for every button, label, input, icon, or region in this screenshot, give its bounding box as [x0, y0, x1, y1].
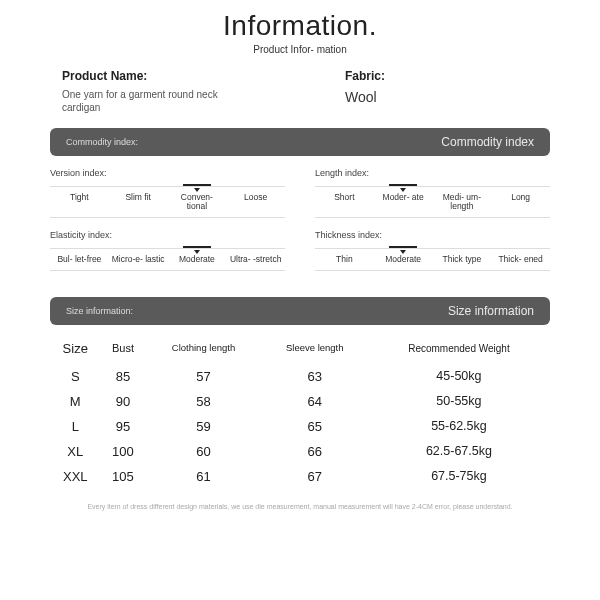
thickness-index-title: Thickness index: — [315, 230, 550, 240]
page: Information. Product Infor- mation Produ… — [0, 0, 600, 510]
thickness-scale: ThinModerateThick typeThick- ened — [315, 248, 550, 271]
scale-marker — [389, 246, 417, 254]
table-cell: 62.5-67.5kg — [368, 439, 550, 464]
fabric-label: Fabric: — [315, 69, 550, 83]
table-row: M90586450-55kg — [50, 389, 550, 414]
thickness-index: Thickness index: ThinModerateThick typeT… — [315, 230, 550, 271]
fabric-col: Fabric: Wool — [315, 69, 550, 114]
scale-tick: Thick type — [433, 249, 492, 270]
table-cell: 50-55kg — [368, 389, 550, 414]
product-name-value: One yarn for a garment round neck cardig… — [50, 89, 230, 114]
table-cell: 57 — [145, 364, 261, 389]
table-cell: 59 — [145, 414, 261, 439]
table-cell: 55-62.5kg — [368, 414, 550, 439]
table-cell: 90 — [101, 389, 146, 414]
scale-tick: Slim fit — [109, 187, 168, 217]
fabric-value: Wool — [315, 89, 550, 105]
scale-marker — [183, 184, 211, 192]
table-row: L95596555-62.5kg — [50, 414, 550, 439]
elasticity-scale: Bul- let-freeMicro-e- lasticModerateUltr… — [50, 248, 285, 271]
scale-tick: Short — [315, 187, 374, 217]
size-table: SizeBustClothing lengthSleeve lengthReco… — [50, 337, 550, 489]
band-left: Size information: — [66, 306, 133, 316]
table-row: S85576345-50kg — [50, 364, 550, 389]
scale-tick: Thin — [315, 249, 374, 270]
band-left: Commodity index: — [66, 137, 138, 147]
table-cell: 60 — [145, 439, 261, 464]
table-row: XXL105616767.5-75kg — [50, 464, 550, 489]
product-name-label: Product Name: — [50, 69, 285, 83]
scale-tick: Long — [491, 187, 550, 217]
table-cell: L — [50, 414, 101, 439]
size-table-body: S85576345-50kgM90586450-55kgL95596555-62… — [50, 364, 550, 489]
length-index-title: Length index: — [315, 168, 550, 178]
table-header: Bust — [101, 337, 146, 364]
product-row: Product Name: One yarn for a garment rou… — [50, 69, 550, 114]
product-name-col: Product Name: One yarn for a garment rou… — [50, 69, 285, 114]
elasticity-index-title: Elasticity index: — [50, 230, 285, 240]
table-cell: 66 — [262, 439, 368, 464]
commodity-index-band: Commodity index: Commodity index — [50, 128, 550, 156]
version-scale: TightSlim fitConven- tionalLoose — [50, 186, 285, 218]
scale-tick: Bul- let-free — [50, 249, 109, 270]
table-cell: 61 — [145, 464, 261, 489]
table-cell: XXL — [50, 464, 101, 489]
table-header: Sleeve length — [262, 337, 368, 364]
table-cell: 58 — [145, 389, 261, 414]
length-index: Length index: ShortModer- ateMedi- um-le… — [315, 168, 550, 218]
band-right: Commodity index — [441, 135, 534, 149]
table-cell: M — [50, 389, 101, 414]
version-index-title: Version index: — [50, 168, 285, 178]
table-cell: 85 — [101, 364, 146, 389]
indices: Version index: TightSlim fitConven- tion… — [50, 168, 550, 283]
scale-tick: Medi- um-length — [433, 187, 492, 217]
table-header: Recommended Weight — [368, 337, 550, 364]
page-subtitle: Product Infor- mation — [50, 44, 550, 55]
scale-tick: Thick- ened — [491, 249, 550, 270]
version-index: Version index: TightSlim fitConven- tion… — [50, 168, 285, 218]
indices-right: Length index: ShortModer- ateMedi- um-le… — [315, 168, 550, 283]
scale-marker — [389, 184, 417, 192]
scale-marker — [183, 246, 211, 254]
table-cell: 64 — [262, 389, 368, 414]
table-cell: 95 — [101, 414, 146, 439]
table-cell: S — [50, 364, 101, 389]
scale-tick: Ultra- -stretch — [226, 249, 285, 270]
scale-tick: Tight — [50, 187, 109, 217]
elasticity-index: Elasticity index: Bul- let-freeMicro-e- … — [50, 230, 285, 271]
table-header: Size — [50, 337, 101, 364]
table-cell: 67.5-75kg — [368, 464, 550, 489]
table-header: Clothing length — [145, 337, 261, 364]
band-right: Size information — [448, 304, 534, 318]
table-cell: 105 — [101, 464, 146, 489]
table-cell: 45-50kg — [368, 364, 550, 389]
table-cell: 65 — [262, 414, 368, 439]
table-cell: XL — [50, 439, 101, 464]
indices-left: Version index: TightSlim fitConven- tion… — [50, 168, 285, 283]
table-cell: 67 — [262, 464, 368, 489]
table-row: XL100606662.5-67.5kg — [50, 439, 550, 464]
page-title: Information. — [50, 10, 550, 42]
scale-tick: Loose — [226, 187, 285, 217]
scale-tick: Micro-e- lastic — [109, 249, 168, 270]
table-cell: 63 — [262, 364, 368, 389]
footnote: Every item of dress different design mat… — [50, 503, 550, 510]
size-table-head-row: SizeBustClothing lengthSleeve lengthReco… — [50, 337, 550, 364]
table-cell: 100 — [101, 439, 146, 464]
size-info-band: Size information: Size information — [50, 297, 550, 325]
length-scale: ShortModer- ateMedi- um-lengthLong — [315, 186, 550, 218]
